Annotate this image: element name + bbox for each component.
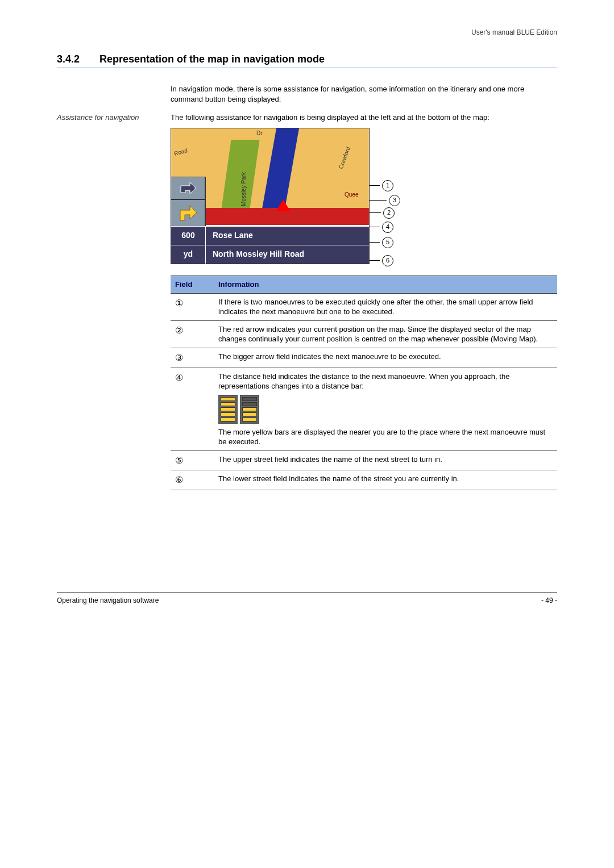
table-row: ③ The bigger arrow field indicates the n…: [171, 348, 557, 368]
footer-left: Operating the navigation software: [57, 596, 159, 604]
row1-field: ①: [171, 293, 214, 320]
distance-value: 600: [171, 227, 206, 245]
header-right: User's manual BLUE Edition: [57, 28, 557, 36]
distance-bar-partial-icon: [240, 395, 259, 424]
page-footer: Operating the navigation software - 49 -: [57, 592, 557, 604]
big-arrow-icon: [179, 205, 198, 222]
distance-bar-full-icon: [218, 395, 238, 424]
row4-info: The distance field indicates the distanc…: [214, 368, 557, 450]
upper-street-name: Rose Lane: [206, 227, 369, 245]
section-title-text: Representation of the map in navigation …: [99, 53, 325, 65]
row5-info: The upper street field indicates the nam…: [214, 450, 557, 470]
map-figure: Road Mossley Park Crawford Dr Quee: [171, 128, 387, 264]
th-info: Information: [214, 276, 557, 293]
table-row: ⑤ The upper street field indicates the n…: [171, 450, 557, 470]
distance-unit: yd: [171, 245, 206, 264]
margin-note: Assistance for navigation: [57, 112, 171, 490]
row1-info: If there is two manoeuvres to be execute…: [214, 293, 557, 320]
row4-field: ④: [171, 368, 214, 450]
intro-paragraph: In navigation mode, there is some assist…: [171, 84, 557, 105]
table-row: ④ The distance field indicates the dista…: [171, 368, 557, 450]
callout-4: 4: [382, 222, 393, 233]
small-arrow-icon: [180, 181, 197, 195]
map-canvas: Road Mossley Park Crawford Dr Quee: [171, 128, 370, 264]
table-row: ② The red arrow indicates your current p…: [171, 320, 557, 348]
next-arrow-box: [171, 199, 205, 227]
callout-2: 2: [383, 207, 395, 219]
map-label-drive: Dr: [256, 130, 263, 137]
current-position-arrow-icon: [276, 199, 290, 211]
row6-info: The lower street field indicates the nam…: [214, 470, 557, 490]
footer-right: - 49 -: [541, 596, 557, 604]
callout-3: 3: [389, 195, 400, 206]
lower-street-name: North Mossley Hill Road: [206, 245, 369, 264]
table-row: ⑥ The lower street field indicates the n…: [171, 470, 557, 490]
row6-field: ⑥: [171, 470, 214, 490]
callout-5: 5: [382, 237, 393, 248]
row4-info-a: The distance field indicates the distanc…: [218, 372, 553, 391]
assistance-paragraph: The following assistance for navigation …: [171, 112, 557, 123]
row2-field: ②: [171, 320, 214, 348]
callout-1: 1: [382, 180, 393, 191]
row4-info-b: The more yellow bars are displayed the n…: [218, 427, 553, 447]
row2-info: The red arrow indicates your current pos…: [214, 320, 557, 348]
table-row: ① If there is two manoeuvres to be execu…: [171, 293, 557, 320]
section-heading: 3.4.2 Representation of the map in navig…: [57, 53, 557, 68]
row3-info: The bigger arrow field indicates the nex…: [214, 348, 557, 368]
callout-6: 6: [382, 255, 393, 266]
map-label-park: Mossley Park: [240, 172, 248, 206]
map-label-queens: Quee: [345, 191, 358, 199]
th-field: Field: [171, 276, 214, 293]
section-number: 3.4.2: [57, 53, 97, 65]
next-plus-one-arrow-box: [171, 177, 205, 199]
row5-field: ⑤: [171, 450, 214, 470]
field-table: Field Information ① If there is two mano…: [171, 276, 557, 490]
row3-field: ③: [171, 348, 214, 368]
nav-panel-left: [171, 177, 206, 227]
